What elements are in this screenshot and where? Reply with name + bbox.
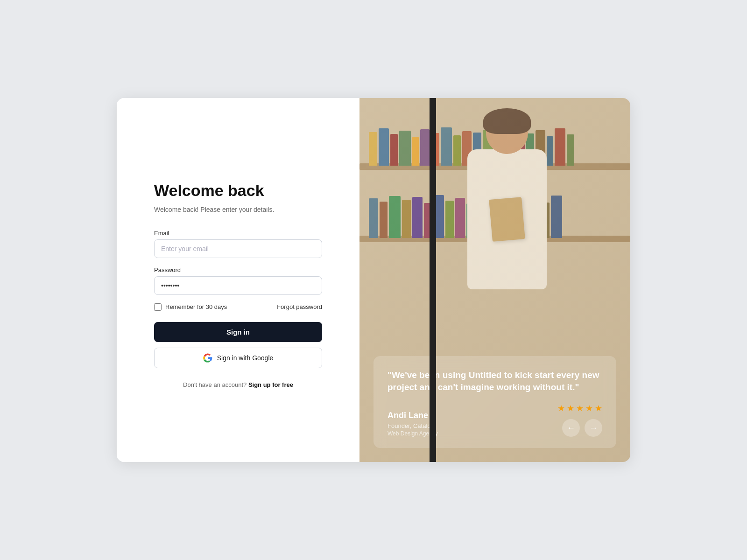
testimonial-quote: "We've been using Untitled to kick start… <box>388 369 602 394</box>
signup-prompt: Don't have an account? Sign up for free <box>154 381 322 388</box>
password-group: Password <box>154 266 322 295</box>
email-label: Email <box>154 230 322 237</box>
star-4: ★ <box>585 403 593 413</box>
login-card: Welcome back Welcome back! Please enter … <box>117 98 630 462</box>
left-panel: Welcome back Welcome back! Please enter … <box>117 98 359 462</box>
page-title: Welcome back <box>154 181 322 200</box>
signup-link[interactable]: Sign up for free <box>248 381 293 389</box>
email-input[interactable] <box>154 239 322 258</box>
star-5: ★ <box>595 403 602 413</box>
star-3: ★ <box>576 403 584 413</box>
email-group: Email <box>154 230 322 258</box>
password-label: Password <box>154 266 322 273</box>
remember-label[interactable]: Remember for 30 days <box>154 303 227 311</box>
right-panel: "We've been using Untitled to kick start… <box>359 98 630 462</box>
testimonial-nav: ← → <box>562 419 602 437</box>
remember-checkbox[interactable] <box>154 303 162 311</box>
forgot-password-link[interactable]: Forgot password <box>277 303 322 310</box>
signin-button[interactable]: Sign in <box>154 322 322 342</box>
google-logo-icon <box>203 353 212 363</box>
page-subtitle: Welcome back! Please enter your details. <box>154 205 322 215</box>
star-rating: ★ ★ ★ ★ ★ <box>557 403 602 413</box>
testimonial-bottom: Andi Lane Founder, Catalog Web Design Ag… <box>388 403 602 437</box>
google-signin-button[interactable]: Sign in with Google <box>154 348 322 368</box>
star-1: ★ <box>557 403 565 413</box>
shelf-divider <box>430 98 436 462</box>
password-input[interactable] <box>154 276 322 295</box>
testimonial-card: "We've been using Untitled to kick start… <box>374 356 616 448</box>
star-2: ★ <box>567 403 574 413</box>
form-options: Remember for 30 days Forgot password <box>154 303 322 311</box>
next-testimonial-button[interactable]: → <box>585 419 602 437</box>
testimonial-right: ★ ★ ★ ★ ★ ← → <box>557 403 602 437</box>
prev-testimonial-button[interactable]: ← <box>562 419 580 437</box>
